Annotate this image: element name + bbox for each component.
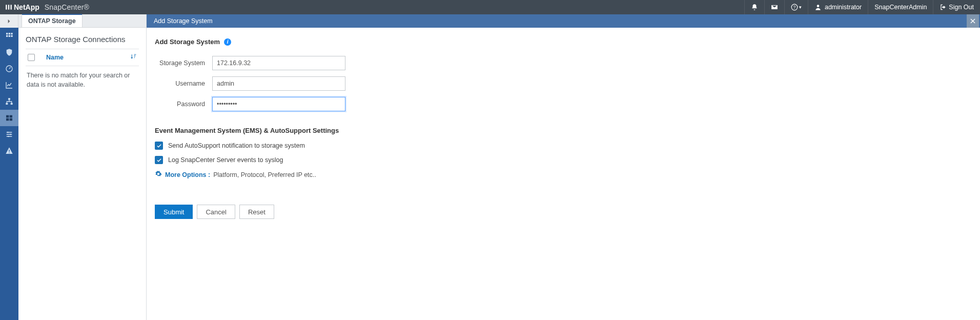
username-input[interactable] <box>212 76 345 91</box>
main-panel: Add Storage System Add Storage System i … <box>147 14 980 320</box>
messages-button[interactable] <box>764 0 784 14</box>
check-icon <box>156 143 162 149</box>
column-name[interactable]: Name <box>46 54 130 61</box>
sort-icon <box>130 53 137 60</box>
submit-button[interactable]: Submit <box>155 205 193 219</box>
list-header-row: Name <box>26 49 139 66</box>
svg-rect-16 <box>6 115 9 118</box>
sort-button[interactable] <box>130 53 137 62</box>
svg-point-5 <box>817 5 820 7</box>
svg-rect-9 <box>6 35 8 37</box>
svg-rect-18 <box>6 118 9 121</box>
app-body: ONTAP Storage ONTAP Storage Connections … <box>0 14 980 320</box>
svg-point-21 <box>10 134 11 135</box>
sidebar <box>0 14 18 320</box>
storage-system-input[interactable] <box>212 56 345 70</box>
role-label[interactable]: SnapCenterAdmin <box>868 0 933 14</box>
panel-close-button[interactable] <box>967 14 979 28</box>
tab-ontap-storage[interactable]: ONTAP Storage <box>22 14 83 27</box>
svg-rect-10 <box>9 35 10 37</box>
svg-rect-6 <box>6 33 8 34</box>
sidebar-item-storage[interactable] <box>0 110 18 126</box>
section-title: Add Storage System i <box>155 38 600 46</box>
svg-rect-24 <box>9 152 9 153</box>
grid-icon <box>5 32 13 40</box>
notifications-button[interactable] <box>744 0 764 14</box>
ems-section-title: Event Management System (EMS) & AutoSupp… <box>155 127 600 134</box>
list-panel: ONTAP Storage ONTAP Storage Connections … <box>18 14 147 320</box>
svg-rect-23 <box>9 150 9 152</box>
sidebar-item-reports[interactable] <box>0 77 18 93</box>
svg-rect-13 <box>8 98 10 99</box>
sidebar-item-dashboard[interactable] <box>0 28 18 44</box>
brand-logo: NetApp <box>5 3 39 11</box>
signout-icon <box>940 4 947 11</box>
sidebar-item-alerts[interactable] <box>0 143 18 159</box>
svg-text:?: ? <box>793 5 796 10</box>
sidebar-item-settings[interactable] <box>0 126 18 143</box>
sidebar-toggle[interactable] <box>0 14 18 28</box>
sidebar-item-protect[interactable] <box>0 44 18 61</box>
sliders-icon <box>5 130 13 138</box>
mail-icon <box>771 4 778 11</box>
select-all-checkbox[interactable] <box>28 54 35 61</box>
chart-icon <box>5 81 13 89</box>
more-options-link[interactable]: More Options : Platform, Protocol, Prefe… <box>155 170 600 179</box>
topology-icon <box>5 97 13 106</box>
check-icon <box>156 157 162 163</box>
svg-rect-19 <box>10 118 12 121</box>
help-button[interactable]: ? ▾ <box>784 0 808 14</box>
cancel-button[interactable]: Cancel <box>197 205 235 219</box>
password-input[interactable] <box>212 97 345 111</box>
alert-icon <box>5 147 13 155</box>
sidebar-item-hosts[interactable] <box>0 93 18 110</box>
svg-point-20 <box>7 132 9 133</box>
autosupport-checkbox[interactable] <box>155 142 163 150</box>
svg-rect-17 <box>10 115 12 118</box>
svg-point-22 <box>8 136 9 137</box>
brand: NetApp SnapCenter® <box>0 3 94 11</box>
list-title: ONTAP Storage Connections <box>26 35 139 44</box>
sidebar-item-monitor[interactable] <box>0 61 18 77</box>
shield-icon <box>5 48 13 56</box>
panel-title: Add Storage System <box>154 17 213 25</box>
brand-product: SnapCenter® <box>45 3 89 11</box>
bell-icon <box>751 4 758 11</box>
svg-rect-0 <box>6 5 7 9</box>
storage-system-label: Storage System <box>155 59 212 67</box>
svg-rect-15 <box>11 103 13 105</box>
storage-icon <box>5 114 13 122</box>
reset-button[interactable]: Reset <box>239 205 274 219</box>
syslog-label: Log SnapCenter Server events to syslog <box>168 156 283 164</box>
tab-strip: ONTAP Storage <box>18 14 146 28</box>
syslog-checkbox[interactable] <box>155 156 163 164</box>
autosupport-label: Send AutoSupport notification to storage… <box>168 142 305 149</box>
panel-header: Add Storage System <box>147 14 980 28</box>
password-label: Password <box>155 101 212 108</box>
info-icon[interactable]: i <box>224 38 231 46</box>
svg-rect-1 <box>8 5 9 9</box>
empty-message: There is no match for your search or dat… <box>26 66 139 94</box>
user-menu[interactable]: administrator <box>808 0 868 14</box>
user-icon <box>814 4 822 11</box>
svg-rect-8 <box>11 33 12 34</box>
help-icon: ? <box>791 4 798 11</box>
gear-icon <box>155 170 162 177</box>
brand-company: NetApp <box>14 3 39 11</box>
top-bar: NetApp SnapCenter® ? ▾ administrator Sna… <box>0 0 980 14</box>
chevron-right-icon <box>6 18 12 24</box>
svg-rect-7 <box>9 33 10 34</box>
username-label: Username <box>155 80 212 87</box>
svg-rect-11 <box>11 35 12 37</box>
gauge-icon <box>5 65 13 73</box>
svg-rect-2 <box>11 5 12 9</box>
signout-button[interactable]: Sign Out <box>933 0 980 14</box>
user-label: administrator <box>825 4 862 11</box>
svg-rect-14 <box>6 103 8 105</box>
close-icon <box>969 17 976 25</box>
